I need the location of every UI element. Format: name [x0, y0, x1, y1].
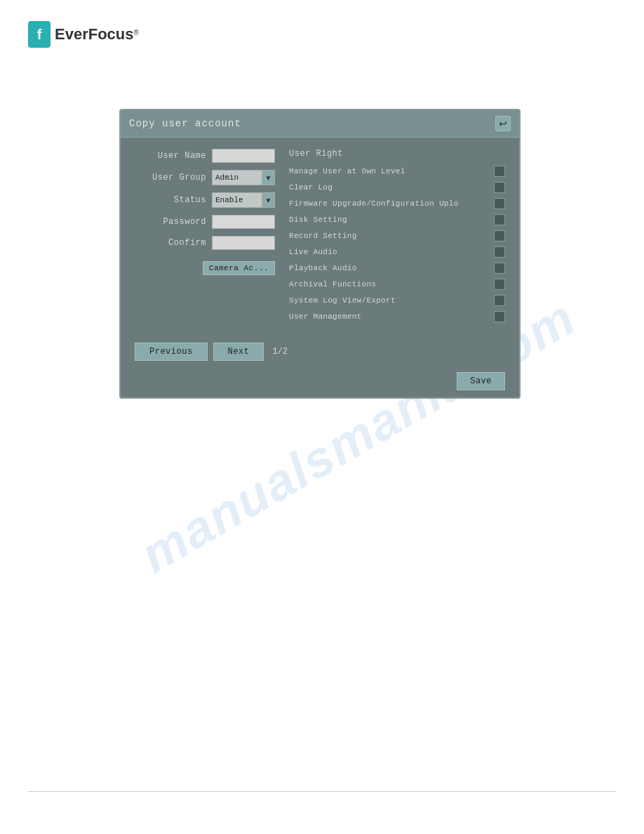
dialog-footer: Save — [121, 368, 519, 397]
next-button[interactable]: Next — [213, 343, 264, 361]
checkbox-box[interactable] — [494, 295, 505, 306]
svg-text:f: f — [37, 27, 42, 42]
checkbox-box[interactable] — [494, 311, 505, 322]
checkbox-row: Archival Functions — [289, 279, 505, 290]
checkbox-row: Manage User at Own Level — [289, 166, 505, 177]
user-group-arrow[interactable]: ▼ — [262, 171, 274, 185]
copy-user-account-dialog: Copy user account ↩ User Name User Group… — [119, 109, 521, 399]
checkbox-label: System Log View/Export — [289, 296, 494, 305]
user-right-header: User Right — [289, 149, 505, 159]
checkbox-row: Firmware Upgrade/Configuration Uplo — [289, 198, 505, 209]
logo: f EverFocus® — [28, 21, 139, 48]
dialog-body: User Name User Group Admin ▼ Status Enab… — [121, 138, 519, 336]
password-label: Password — [163, 217, 206, 227]
password-row: Password — [135, 215, 275, 229]
status-row: Status Enable ▼ — [135, 192, 275, 208]
checkbox-label: Archival Functions — [289, 280, 494, 289]
checkbox-row: System Log View/Export — [289, 295, 505, 306]
checkbox-box[interactable] — [494, 263, 505, 274]
everfocus-logo-icon: f — [28, 21, 51, 48]
dialog-nav: Previous Next 1/2 — [121, 336, 519, 368]
camera-access-button[interactable]: Camera Ac... — [203, 261, 275, 275]
status-label: Status — [174, 195, 206, 205]
checkbox-label: Firmware Upgrade/Configuration Uplo — [289, 199, 494, 208]
checkbox-label: Disk Setting — [289, 216, 494, 224]
user-name-label: User Name — [158, 151, 206, 161]
checkbox-label: Manage User at Own Level — [289, 167, 494, 176]
checkbox-row: Playback Audio — [289, 263, 505, 274]
checkbox-list: Manage User at Own LevelClear LogFirmwar… — [289, 166, 505, 322]
user-group-row: User Group Admin ▼ — [135, 170, 275, 185]
status-select[interactable]: Enable ▼ — [212, 192, 275, 208]
form-left-column: User Name User Group Admin ▼ Status Enab… — [135, 149, 275, 327]
user-group-value: Admin — [213, 173, 262, 182]
checkbox-label: Live Audio — [289, 248, 494, 256]
checkbox-box[interactable] — [494, 182, 505, 193]
logo-text: EverFocus® — [55, 25, 139, 44]
save-button[interactable]: Save — [457, 372, 505, 390]
page-indicator: 1/2 — [272, 347, 288, 357]
checkbox-label: User Management — [289, 312, 494, 321]
dialog-title: Copy user account — [129, 118, 241, 129]
status-arrow[interactable]: ▼ — [262, 193, 274, 207]
checkbox-box[interactable] — [494, 230, 505, 241]
dialog-titlebar: Copy user account ↩ — [121, 110, 519, 138]
checkbox-box[interactable] — [494, 198, 505, 209]
checkbox-box[interactable] — [494, 214, 505, 225]
user-group-label: User Group — [152, 173, 206, 183]
status-value: Enable — [213, 196, 262, 204]
checkbox-row: Disk Setting — [289, 214, 505, 225]
previous-button[interactable]: Previous — [135, 343, 208, 361]
back-button[interactable]: ↩ — [495, 116, 511, 131]
checkbox-box[interactable] — [494, 166, 505, 177]
user-group-select[interactable]: Admin ▼ — [212, 170, 275, 185]
confirm-row: Confirm — [135, 236, 275, 250]
checkbox-label: Clear Log — [289, 183, 494, 192]
checkbox-label: Record Setting — [289, 232, 494, 240]
confirm-label: Confirm — [168, 238, 206, 248]
checkbox-row: Clear Log — [289, 182, 505, 193]
user-name-row: User Name — [135, 149, 275, 163]
user-name-input[interactable] — [212, 149, 275, 163]
checkbox-row: User Management — [289, 311, 505, 322]
checkbox-box[interactable] — [494, 246, 505, 258]
bottom-rule — [28, 791, 616, 792]
password-input[interactable] — [212, 215, 275, 229]
confirm-input[interactable] — [212, 236, 275, 250]
checkbox-row: Live Audio — [289, 246, 505, 258]
checkbox-row: Record Setting — [289, 230, 505, 241]
checkbox-label: Playback Audio — [289, 264, 494, 272]
rights-column: User Right Manage User at Own LevelClear… — [289, 149, 505, 327]
checkbox-box[interactable] — [494, 279, 505, 290]
